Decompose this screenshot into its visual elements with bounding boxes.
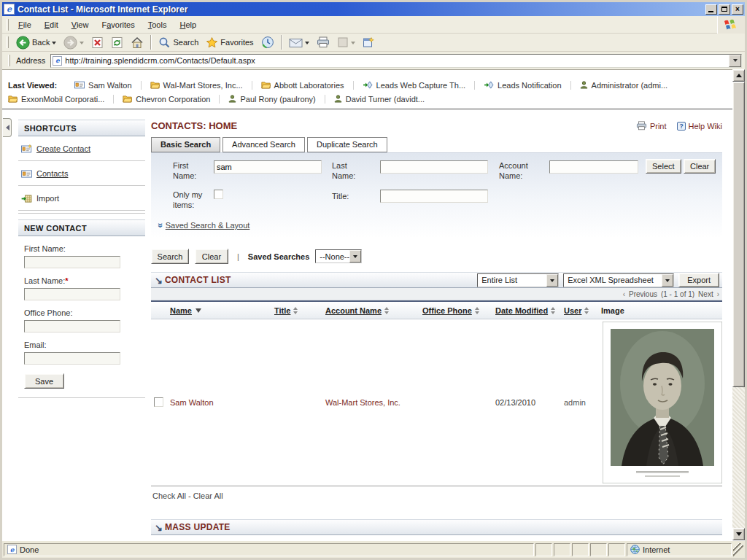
column-header-date-modified[interactable]: Date Modified	[495, 306, 564, 315]
address-dropdown-button[interactable]	[729, 55, 741, 67]
sidebar-item-contacts[interactable]: Contacts	[18, 161, 145, 186]
search-submit-button[interactable]: Search	[151, 249, 189, 264]
scroll-down-button[interactable]	[732, 528, 745, 540]
last-viewed-item[interactable]: Administrator (admi...	[571, 81, 677, 90]
column-header-account-name[interactable]: Account Name	[325, 306, 422, 315]
stop-button[interactable]	[88, 35, 107, 50]
menu-item-tools[interactable]: Tools	[142, 18, 174, 31]
email-input[interactable]	[24, 352, 120, 365]
last-viewed-item[interactable]: Leads Notification	[475, 81, 570, 90]
chevron-left-icon: ‹	[623, 290, 625, 298]
help-wiki-link[interactable]: ? Help Wiki	[677, 122, 722, 131]
sort-icon	[384, 307, 389, 314]
select-button[interactable]: Select	[646, 159, 681, 174]
saved-search-layout-link[interactable]: » Saved Search & Layout	[158, 220, 249, 230]
toolbar-grip[interactable]	[7, 19, 9, 31]
search-account-name-input[interactable]	[549, 160, 638, 174]
address-input[interactable]	[65, 56, 729, 65]
vertical-scrollbar[interactable]	[732, 69, 745, 540]
sidebar-collapse-tab[interactable]	[3, 118, 12, 137]
last-viewed-item[interactable]: Wal-Mart Stores, Inc...	[142, 81, 252, 90]
menu-item-favorites[interactable]: Favorites	[95, 18, 141, 31]
sidebar-item-create-contact[interactable]: Create Contact	[18, 136, 145, 161]
messenger-button[interactable]	[360, 35, 378, 50]
last-viewed-item[interactable]: Chevron Corporation	[114, 95, 220, 104]
export-format-select[interactable]: Excel XML Spreadsheet	[563, 273, 674, 287]
sidebar-item-import[interactable]: Import	[18, 186, 145, 211]
search-last-name-input[interactable]	[380, 160, 488, 174]
last-viewed-item[interactable]: Abbott Laboratories	[252, 81, 354, 90]
check-all-link[interactable]: Check All	[152, 491, 186, 500]
next-link[interactable]: Next	[698, 290, 713, 298]
menu-item-view[interactable]: View	[65, 18, 96, 31]
browser-window: e Contact List - Microsoft Internet Expl…	[0, 0, 747, 560]
office-phone-field: Office Phone:	[18, 308, 145, 332]
previous-link[interactable]: Previous	[629, 290, 657, 298]
scrollbar-thumb[interactable]	[732, 82, 745, 387]
only-my-items-checkbox[interactable]	[214, 190, 223, 199]
column-header-title[interactable]: Title	[274, 306, 325, 315]
search-button[interactable]: Search	[155, 35, 201, 50]
save-button[interactable]: Save	[24, 373, 64, 389]
tab-duplicate-search[interactable]: Duplicate Search	[307, 137, 387, 152]
saved-searches-select[interactable]: --None--	[315, 249, 362, 263]
forward-button[interactable]	[61, 34, 87, 51]
favorites-button[interactable]: Favorites	[203, 35, 256, 50]
back-button[interactable]: Back	[13, 34, 59, 51]
search-first-name-input[interactable]	[214, 160, 322, 174]
clear-all-link[interactable]: Clear All	[193, 491, 223, 500]
print-link[interactable]: Print	[636, 121, 667, 131]
search-account-name-label: Account Name:	[499, 160, 540, 181]
import-icon	[21, 195, 32, 203]
last-viewed-item[interactable]: Paul Rony (paulrony)	[220, 95, 325, 104]
history-button[interactable]	[258, 34, 277, 50]
tab-advanced-search[interactable]: Advanced Search	[222, 137, 305, 152]
maximize-button[interactable]	[719, 4, 730, 15]
office-phone-input[interactable]	[24, 320, 120, 332]
column-header-office-phone[interactable]: Office Phone	[422, 306, 495, 315]
security-zone-pane: Internet	[627, 543, 732, 556]
tab-basic-search[interactable]: Basic Search	[151, 137, 220, 152]
list-range-select[interactable]: Entire List	[477, 273, 559, 287]
contact-name-link[interactable]: Sam Walton	[170, 398, 274, 407]
basic-search-panel: First Name: Last Name: Account Name: Sel…	[151, 152, 722, 238]
toolbar-grip[interactable]	[7, 36, 9, 48]
export-button[interactable]: Export	[678, 273, 719, 287]
last-viewed-item[interactable]: ExxonMobil Corporati...	[8, 95, 114, 104]
title-bar: e Contact List - Microsoft Internet Expl…	[2, 2, 745, 16]
last-name-input[interactable]	[24, 288, 120, 300]
sort-desc-icon	[196, 308, 201, 313]
column-header-user[interactable]: User	[564, 306, 601, 315]
close-button[interactable]: ×	[732, 4, 743, 15]
print-button[interactable]	[314, 35, 333, 50]
account-name-link[interactable]: Wal-Mart Stores, Inc.	[325, 398, 422, 407]
search-clear-button[interactable]: Clear	[195, 249, 228, 264]
last-viewed-item[interactable]: David Turner (davidt...	[325, 95, 433, 104]
menu-item-edit[interactable]: Edit	[38, 18, 65, 31]
row-checkbox[interactable]	[154, 397, 163, 407]
date-modified-cell: 02/13/2010	[495, 398, 564, 407]
status-message-pane: e Done	[4, 543, 534, 556]
scrollbar-track[interactable]	[732, 387, 745, 528]
search-title-input[interactable]	[380, 190, 488, 203]
menu-item-file[interactable]: File	[12, 18, 38, 31]
minimize-button[interactable]	[705, 4, 717, 15]
last-viewed-item[interactable]: Sam Walton	[66, 81, 142, 90]
first-name-input[interactable]	[24, 256, 120, 268]
refresh-button[interactable]	[108, 35, 126, 50]
first-name-field: First Name:	[18, 244, 145, 268]
menu-item-help[interactable]: Help	[173, 18, 203, 31]
mass-update-title: MASS UPDATE	[165, 522, 231, 532]
search-title-label: Title:	[332, 191, 368, 201]
toolbar-grip[interactable]	[8, 55, 10, 66]
home-button[interactable]	[128, 35, 147, 50]
column-header-name[interactable]: Name	[170, 306, 274, 315]
clear-account-button[interactable]: Clear	[684, 159, 716, 174]
last-viewed-item[interactable]: Leads Web Capture Th...	[354, 81, 476, 90]
mail-button[interactable]	[286, 36, 312, 50]
resize-grip[interactable]	[733, 543, 743, 556]
edit-button[interactable]	[334, 35, 358, 50]
page-info: (1 - 1 of 1)	[661, 290, 694, 298]
folder-icon	[8, 95, 18, 103]
scroll-up-button[interactable]	[732, 69, 745, 82]
